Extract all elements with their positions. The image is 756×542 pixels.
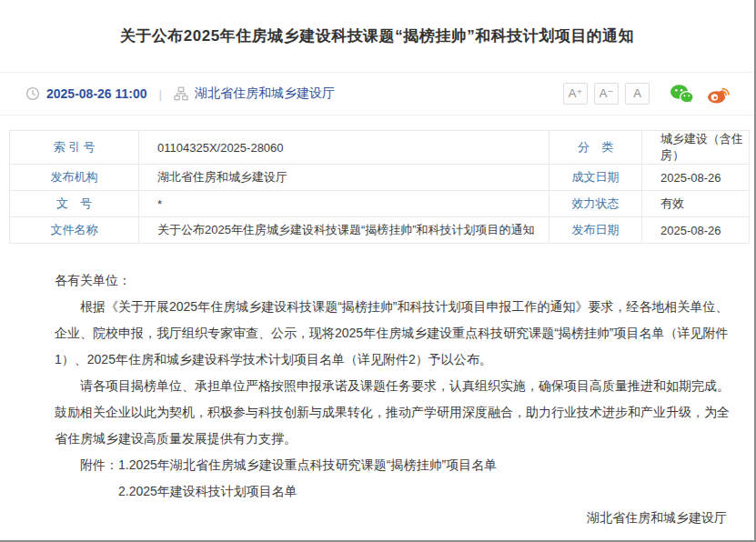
- issuing-agency-value: 湖北省住房和城乡建设厅: [139, 165, 549, 191]
- page-title: 关于公布2025年住房城乡建设科技课题“揭榜挂帅”和科技计划项目的通知: [120, 25, 634, 46]
- meta-separator: |: [159, 87, 162, 101]
- table-row: 文 号 * 效力状态 有效: [10, 191, 750, 217]
- paragraph-2: 请各项目揭榜单位、承担单位严格按照申报承诺及课题任务要求，认真组织实施，确保项目…: [55, 373, 740, 452]
- doc-number-value: *: [139, 191, 549, 217]
- paragraph-1: 根据《关于开展2025年住房城乡建设科技课题“揭榜挂帅”和科技计划项目申报工作的…: [55, 294, 740, 373]
- file-title-value: 关于公布2025年住房城乡建设科技课题“揭榜挂帅”和科技计划项目的通知: [139, 217, 549, 244]
- attachment-line-1: 附件：1.2025年湖北省住房城乡建设重点科技研究课题“揭榜挂帅”项目名单: [55, 452, 740, 478]
- document-header: 关于公布2025年住房城乡建设科技课题“揭榜挂帅”和科技计划项目的通知: [0, 0, 754, 73]
- weibo-share-icon[interactable]: [707, 84, 731, 104]
- category-value: 城乡建设（含住房）: [642, 131, 750, 165]
- sitemap-icon: [174, 86, 188, 101]
- attachment-line-2: 2.2025年建设科技计划项目名单: [55, 478, 740, 505]
- index-number-label: 索 引 号: [10, 131, 139, 165]
- table-row: 索 引 号 01104325X/2025-28060 分 类 城乡建设（含住房）: [10, 131, 750, 165]
- file-title-label: 文件名称: [10, 217, 139, 244]
- font-larger-button[interactable]: A⁺: [563, 83, 588, 105]
- table-row: 文件名称 关于公布2025年住房城乡建设科技课题“揭榜挂帅”和科技计划项目的通知…: [10, 217, 750, 244]
- meta-tools: A⁺ A⁻ A: [557, 83, 731, 105]
- clock-icon: [25, 86, 40, 101]
- publish-datetime: 2025-08-26 11:00: [46, 86, 147, 101]
- document-page: 关于公布2025年住房城乡建设科技课题“揭榜挂帅”和科技计划项目的通知 2025…: [0, 0, 756, 542]
- index-number-value: 01104325X/2025-28060: [139, 131, 549, 165]
- source-link[interactable]: 湖北省住房和城乡建设厅: [195, 85, 335, 102]
- doc-number-label: 文 号: [10, 191, 139, 217]
- publish-date-value: 2025-08-26: [642, 217, 750, 244]
- signer: 湖北省住房和城乡建设厅: [55, 505, 740, 531]
- meta-bar: 2025-08-26 11:00 | 湖北省住房和城乡建设厅 A⁺ A⁻ A: [0, 73, 754, 115]
- article-body: 各有关单位： 根据《关于开展2025年住房城乡建设科技课题“揭榜挂帅”和科技计划…: [0, 244, 754, 542]
- font-reset-button[interactable]: A: [625, 83, 650, 105]
- font-smaller-button[interactable]: A⁻: [594, 83, 619, 105]
- written-date-value: 2025-08-26: [642, 165, 750, 191]
- wechat-share-icon[interactable]: [670, 84, 694, 105]
- issuing-agency-label: 发布机构: [10, 165, 139, 191]
- publish-date-label: 发布日期: [549, 217, 642, 244]
- table-row: 发布机构 湖北省住房和城乡建设厅 成文日期 2025-08-26: [10, 165, 750, 191]
- validity-label: 效力状态: [549, 191, 642, 217]
- validity-value: 有效: [642, 191, 750, 217]
- document-info-table: 索 引 号 01104325X/2025-28060 分 类 城乡建设（含住房）…: [9, 130, 750, 244]
- salutation: 各有关单位：: [55, 267, 740, 294]
- written-date-label: 成文日期: [549, 165, 642, 191]
- category-label: 分 类: [549, 131, 642, 165]
- meta-info: 2025-08-26 11:00 | 湖北省住房和城乡建设厅: [25, 85, 335, 102]
